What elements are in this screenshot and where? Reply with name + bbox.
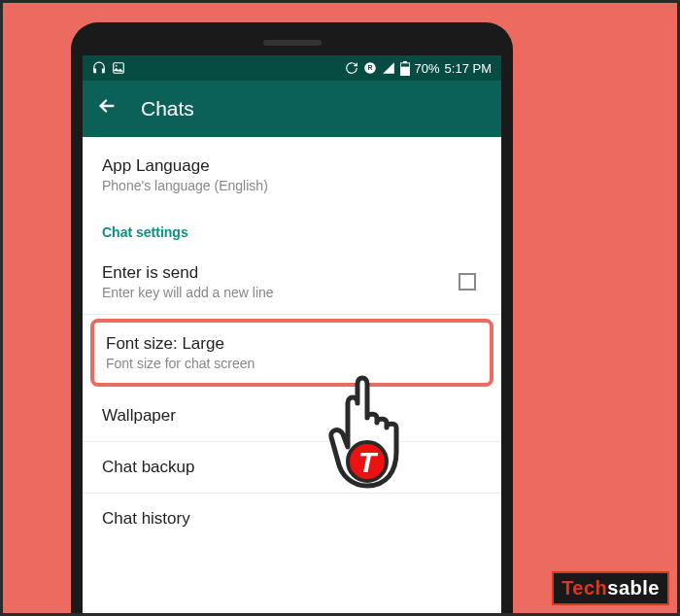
app-bar: Chats	[83, 81, 501, 137]
enter-is-send-setting[interactable]: Enter is send Enter key will add a new l…	[83, 250, 501, 315]
phone-frame: R 70% 5:17 PM Chats App Language Ph	[71, 22, 513, 615]
image-icon	[112, 61, 125, 75]
chat-backup-setting[interactable]: Chat backup	[83, 442, 501, 494]
svg-point-1	[116, 65, 118, 67]
svg-rect-6	[400, 66, 409, 75]
status-bar: R 70% 5:17 PM	[83, 55, 501, 81]
refresh-icon	[345, 61, 358, 75]
status-bar-right: R 70% 5:17 PM	[345, 61, 492, 76]
phone-screen: R 70% 5:17 PM Chats App Language Ph	[83, 55, 501, 615]
app-language-subtitle: Phone's language (English)	[102, 178, 482, 193]
enter-send-title: Enter is send	[102, 263, 274, 283]
watermark-part1: Tech	[561, 577, 607, 599]
font-size-title: Font size: Large	[106, 334, 478, 354]
phone-speaker	[263, 40, 322, 46]
enter-send-checkbox[interactable]	[459, 273, 476, 291]
watermark-logo: Techsable	[552, 571, 669, 605]
battery-percent: 70%	[415, 61, 440, 76]
back-arrow-icon[interactable]	[96, 95, 118, 122]
app-language-title: App Language	[102, 156, 482, 176]
watermark-part2: sable	[607, 577, 660, 599]
enter-send-subtitle: Enter key will add a new line	[102, 285, 274, 300]
battery-icon	[400, 61, 410, 76]
chat-history-setting[interactable]: Chat history	[83, 494, 501, 544]
clock-time: 5:17 PM	[445, 61, 492, 76]
signal-icon	[382, 61, 395, 75]
page-title: Chats	[141, 97, 194, 120]
font-size-setting[interactable]: Font size: Large Font size for chat scre…	[90, 319, 493, 387]
chat-settings-header: Chat settings	[83, 207, 501, 250]
status-bar-left	[92, 61, 125, 75]
font-size-subtitle: Font size for chat screen	[106, 356, 478, 371]
app-language-setting[interactable]: App Language Phone's language (English)	[83, 137, 501, 207]
wallpaper-setting[interactable]: Wallpaper	[83, 391, 501, 442]
settings-content: App Language Phone's language (English) …	[83, 137, 501, 544]
rakuten-icon: R	[363, 61, 377, 75]
svg-text:R: R	[367, 64, 372, 71]
headphones-icon	[92, 61, 106, 75]
